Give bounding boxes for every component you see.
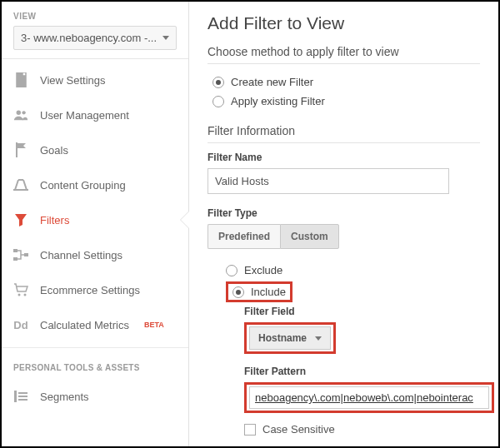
radio-label: Include xyxy=(251,286,286,298)
filter-field-label: Filter Field xyxy=(226,306,480,317)
caret-down-icon xyxy=(162,36,169,40)
sidebar-item-label: Goals xyxy=(40,144,68,157)
segments-icon xyxy=(13,389,28,404)
sidebar-item-label: Content Grouping xyxy=(40,179,126,192)
checkbox-icon xyxy=(244,424,256,436)
radio-label: Apply existing Filter xyxy=(231,95,325,107)
svg-point-8 xyxy=(24,294,27,296)
sidebar-item-view-settings[interactable]: View Settings xyxy=(2,62,188,97)
filter-type-toggle: Predefined Custom xyxy=(208,224,480,249)
users-icon xyxy=(13,107,28,122)
radio-icon xyxy=(226,265,238,276)
include-highlight: Include xyxy=(226,281,292,302)
svg-rect-3 xyxy=(16,142,18,157)
sidebar-item-goals[interactable]: Goals xyxy=(2,132,188,167)
channel-icon xyxy=(13,247,28,262)
case-sensitive-checkbox-row[interactable]: Case Sensitive xyxy=(226,423,480,436)
sidebar-item-label: User Management xyxy=(40,109,129,122)
radio-icon xyxy=(212,77,224,88)
svg-rect-5 xyxy=(13,257,18,261)
sidebar-item-filters[interactable]: Filters xyxy=(2,202,188,237)
filter-name-input[interactable] xyxy=(208,168,449,194)
svg-rect-9 xyxy=(14,391,17,402)
custom-filter-block: Exclude Include Filter Field Hostname Fi… xyxy=(208,261,480,436)
sidebar-item-channel-settings[interactable]: Channel Settings xyxy=(2,237,188,272)
sidebar-item-label: View Settings xyxy=(40,74,106,87)
beta-badge: BETA xyxy=(144,321,164,329)
sidebar-item-calculated-metrics[interactable]: Dd Calculated Metrics BETA xyxy=(2,307,188,342)
radio-include[interactable]: Include xyxy=(231,286,288,298)
checkbox-label: Case Sensitive xyxy=(262,423,335,436)
filter-type-label: Filter Type xyxy=(208,207,480,219)
sidebar-item-content-grouping[interactable]: Content Grouping xyxy=(2,167,188,202)
svg-rect-4 xyxy=(13,249,18,252)
svg-point-7 xyxy=(18,294,21,296)
svg-rect-12 xyxy=(18,399,28,401)
svg-point-1 xyxy=(17,111,21,115)
sidebar-item-segments[interactable]: Segments xyxy=(2,379,188,414)
radio-label: Exclude xyxy=(244,264,282,276)
filter-pattern-label: Filter Pattern xyxy=(226,366,480,377)
radio-exclude[interactable]: Exclude xyxy=(226,261,480,280)
caret-down-icon xyxy=(315,336,322,341)
filter-field-dropdown[interactable]: Hostname xyxy=(249,326,331,350)
sidebar-item-label: Filters xyxy=(40,214,69,226)
main-panel: Add Filter to View Choose method to appl… xyxy=(189,2,498,446)
sidebar-item-user-management[interactable]: User Management xyxy=(2,97,188,132)
sidebar: VIEW 3- www.neboagency.com -... View Set… xyxy=(2,2,189,446)
filter-type-predefined-button[interactable]: Predefined xyxy=(208,224,280,249)
view-selector-block: VIEW 3- www.neboagency.com -... xyxy=(2,2,188,59)
method-heading: Choose method to apply filter to view xyxy=(208,45,480,64)
grouping-icon xyxy=(13,177,28,192)
filter-field-highlight: Hostname xyxy=(244,322,336,354)
radio-icon xyxy=(212,96,224,107)
svg-rect-10 xyxy=(18,392,28,394)
svg-rect-6 xyxy=(24,253,28,256)
view-label: VIEW xyxy=(13,12,177,21)
radio-apply-existing-filter[interactable]: Apply existing Filter xyxy=(208,92,480,111)
filter-type-custom-button[interactable]: Custom xyxy=(280,224,339,249)
view-dropdown[interactable]: 3- www.neboagency.com -... xyxy=(13,26,177,50)
cart-icon xyxy=(13,282,28,297)
page-title: Add Filter to View xyxy=(208,13,480,33)
personal-tools-heading: PERSONAL TOOLS & ASSETS xyxy=(2,347,188,379)
sidebar-item-label: Channel Settings xyxy=(40,249,122,261)
radio-create-new-filter[interactable]: Create new Filter xyxy=(208,72,480,92)
sidebar-item-label: Calculated Metrics xyxy=(40,319,129,331)
document-icon xyxy=(13,72,28,87)
sidebar-item-ecommerce-settings[interactable]: Ecommerce Settings xyxy=(2,272,188,307)
svg-point-2 xyxy=(22,111,25,114)
sidebar-item-label: Ecommerce Settings xyxy=(40,284,140,296)
filter-name-label: Filter Name xyxy=(208,152,480,163)
filter-pattern-input[interactable] xyxy=(249,386,489,409)
sidebar-item-label: Segments xyxy=(40,391,89,403)
filter-info-heading: Filter Information xyxy=(208,124,480,143)
radio-icon xyxy=(232,286,244,298)
filter-field-value: Hostname xyxy=(258,332,307,344)
radio-label: Create new Filter xyxy=(231,76,313,88)
view-dropdown-value: 3- www.neboagency.com -... xyxy=(21,32,157,44)
svg-rect-11 xyxy=(18,396,28,397)
nav-list: View Settings User Management Goals Cont… xyxy=(2,59,188,342)
dd-icon: Dd xyxy=(13,317,28,332)
flag-icon xyxy=(13,142,28,157)
funnel-icon xyxy=(13,212,28,227)
filter-pattern-highlight xyxy=(244,382,494,413)
